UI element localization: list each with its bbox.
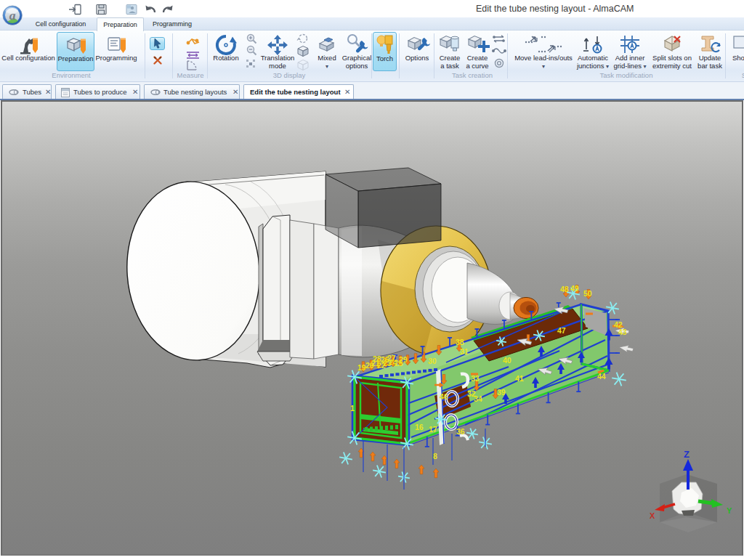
svg-text:50: 50 bbox=[583, 289, 592, 298]
svg-text:47: 47 bbox=[557, 326, 566, 335]
svg-text:31: 31 bbox=[460, 347, 469, 356]
svg-text:49: 49 bbox=[570, 284, 579, 293]
svg-text:8: 8 bbox=[433, 452, 437, 460]
svg-text:X: X bbox=[650, 511, 655, 520]
svg-text:Y: Y bbox=[727, 506, 732, 515]
svg-text:1: 1 bbox=[350, 404, 355, 413]
svg-text:30: 30 bbox=[428, 357, 437, 365]
svg-text:a: a bbox=[9, 8, 16, 23]
svg-text:34: 34 bbox=[474, 394, 482, 403]
svg-text:38: 38 bbox=[456, 338, 464, 346]
svg-text:36: 36 bbox=[456, 427, 465, 436]
svg-text:Z: Z bbox=[684, 449, 690, 460]
svg-text:28: 28 bbox=[373, 354, 381, 363]
svg-text:44: 44 bbox=[597, 372, 606, 381]
svg-text:29: 29 bbox=[399, 355, 408, 364]
svg-text:41: 41 bbox=[515, 374, 524, 383]
svg-text:39: 39 bbox=[497, 388, 506, 397]
svg-text:16: 16 bbox=[415, 423, 424, 431]
svg-text:33: 33 bbox=[471, 374, 480, 383]
svg-text:46: 46 bbox=[440, 392, 448, 401]
svg-text:43: 43 bbox=[618, 328, 627, 336]
svg-text:17: 17 bbox=[429, 425, 437, 434]
svg-text:40: 40 bbox=[503, 356, 512, 365]
svg-text:48: 48 bbox=[560, 285, 569, 293]
svg-text:27: 27 bbox=[387, 354, 396, 362]
